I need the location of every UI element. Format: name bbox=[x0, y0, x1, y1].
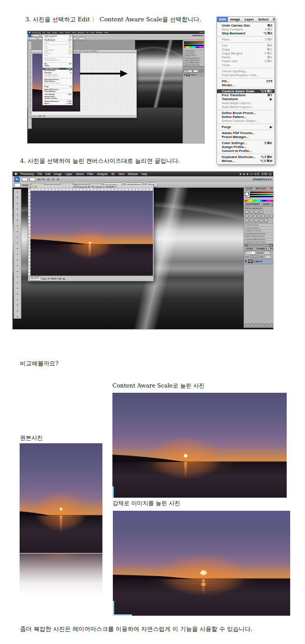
menu-item[interactable]: Menus... ⌥⇧⌘M bbox=[43, 103, 72, 105]
menu-item[interactable] bbox=[43, 88, 72, 88]
red-slider[interactable] bbox=[250, 192, 273, 193]
menu-item[interactable]: Define Brush Preset... bbox=[217, 111, 274, 115]
menu-item[interactable]: Preset Manager... bbox=[217, 135, 274, 139]
exposure-icon[interactable] bbox=[259, 210, 263, 214]
menu-item[interactable]: Step Backward ⌥⌘Z bbox=[217, 31, 274, 35]
return-arrow-icon[interactable] bbox=[245, 244, 248, 247]
menu-item[interactable] bbox=[217, 88, 274, 88]
rotate-view-icon[interactable] bbox=[57, 178, 59, 181]
menu-item[interactable] bbox=[217, 78, 274, 78]
add-mask-icon[interactable] bbox=[254, 324, 257, 327]
input-language-flag-icon[interactable] bbox=[250, 173, 253, 175]
menu-item[interactable]: Assign Profile... bbox=[217, 145, 274, 149]
menubar-item[interactable]: File bbox=[43, 31, 46, 34]
delete-layer-icon[interactable] bbox=[270, 324, 273, 327]
threshold-icon[interactable] bbox=[250, 219, 254, 223]
lock-transparency-icon[interactable] bbox=[250, 255, 253, 258]
menubar-item[interactable]: Select bbox=[65, 31, 71, 34]
width-field[interactable] bbox=[29, 37, 37, 40]
black-white-icon[interactable] bbox=[258, 215, 261, 218]
wifi-icon[interactable] bbox=[243, 173, 245, 175]
menubar-tab[interactable]: Filte bbox=[271, 17, 274, 22]
lock-all-icon[interactable] bbox=[257, 255, 260, 258]
levels-icon[interactable] bbox=[250, 210, 254, 214]
color-balance-icon[interactable] bbox=[253, 215, 257, 218]
close-button[interactable] bbox=[30, 186, 31, 188]
green-slider[interactable] bbox=[250, 194, 273, 195]
menubar-item[interactable]: Filter bbox=[87, 172, 93, 175]
menu-item[interactable]: Step Backward ⌥⌘Z bbox=[43, 39, 72, 41]
menu-item[interactable] bbox=[217, 140, 274, 140]
menubar-item[interactable]: Select bbox=[76, 172, 84, 175]
menubar-item[interactable]: Layer bbox=[65, 172, 72, 175]
menubar-item[interactable]: View bbox=[91, 31, 95, 34]
menu-item[interactable]: Purge ▶ bbox=[217, 125, 274, 129]
new-layer-icon[interactable] bbox=[266, 324, 269, 327]
brightness-contrast-icon[interactable] bbox=[245, 210, 249, 214]
menu-item[interactable]: Content-Aware Scale ⌥⇧⌘C bbox=[217, 89, 274, 93]
menubar-item[interactable]: Photoshop bbox=[32, 31, 41, 34]
fill-field[interactable]: 100% bbox=[264, 255, 271, 258]
menu-item[interactable]: Keyboard Shortcuts... ⌥⇧⌘K bbox=[217, 155, 274, 159]
color-spectrum-bar[interactable] bbox=[184, 47, 204, 48]
menu-item[interactable]: Purge ▶ bbox=[43, 86, 72, 88]
menu-item[interactable]: Clear bbox=[43, 55, 72, 57]
menu-item[interactable]: Define Custom Shape... bbox=[43, 82, 72, 84]
tools-palette[interactable] bbox=[14, 189, 21, 319]
menu-item[interactable]: Paste ⌘V bbox=[217, 55, 274, 59]
minimize-button[interactable] bbox=[32, 186, 34, 188]
menubar-item[interactable]: Help bbox=[141, 172, 147, 175]
menu-item[interactable]: Clear bbox=[217, 63, 274, 67]
hand-tool-icon[interactable] bbox=[47, 178, 50, 181]
menu-item[interactable] bbox=[217, 110, 274, 110]
menu-item[interactable] bbox=[43, 100, 72, 100]
new-adjustment-icon[interactable] bbox=[258, 324, 261, 327]
red-slider[interactable] bbox=[184, 41, 204, 43]
expanded-view-icon[interactable] bbox=[269, 244, 273, 247]
blue-slider[interactable] bbox=[250, 196, 273, 197]
menu-item[interactable] bbox=[43, 44, 72, 45]
menu-item[interactable]: Convert to Profile... bbox=[43, 98, 72, 99]
layer-row[interactable]: Layer 0 bbox=[244, 259, 274, 264]
menubar-item[interactable]: Image bbox=[54, 172, 62, 175]
selective-color-icon[interactable] bbox=[259, 219, 263, 223]
spotlight-icon[interactable] bbox=[269, 173, 271, 175]
menubar-item[interactable]: Filter bbox=[72, 31, 76, 34]
layer-style-icon[interactable] bbox=[251, 324, 253, 327]
menu-item[interactable] bbox=[217, 130, 274, 130]
menu-item[interactable] bbox=[43, 41, 72, 42]
menu-item[interactable]: Fade... ⇧⌘F bbox=[43, 42, 72, 44]
blend-mode-select[interactable]: Normal bbox=[245, 251, 256, 254]
panel-tab[interactable]: PATHS bbox=[269, 247, 274, 250]
menu-item[interactable]: Step Forward ⇧⌘Z bbox=[217, 27, 274, 31]
menu-item[interactable]: Convert to Profile... bbox=[217, 149, 274, 153]
foreground-color-swatch[interactable] bbox=[245, 192, 249, 196]
menu-item[interactable]: Preset Manager... bbox=[43, 91, 72, 92]
menubar-tab[interactable]: Edit bbox=[217, 17, 228, 22]
menu-item[interactable] bbox=[43, 62, 72, 63]
menu-item[interactable] bbox=[217, 124, 274, 124]
menu-item[interactable]: Find and Replace Text... bbox=[217, 73, 274, 77]
menu-item[interactable]: Transform ▶ bbox=[217, 97, 274, 101]
menu-item[interactable]: Stroke... bbox=[43, 65, 72, 67]
menubar-tab[interactable]: Layer bbox=[242, 17, 256, 22]
panel-tab[interactable]: ADJUSTMENTS bbox=[244, 203, 262, 206]
status-flyout-icon[interactable]: ▶ bbox=[64, 277, 65, 280]
menu-item[interactable] bbox=[43, 67, 72, 67]
menubar-item[interactable]: Photoshop bbox=[20, 172, 34, 175]
clear-button[interactable] bbox=[78, 37, 85, 40]
menu-item[interactable] bbox=[43, 78, 72, 78]
menu-item[interactable]: Cut ⌘X bbox=[217, 44, 274, 47]
opacity-field[interactable] bbox=[193, 70, 198, 72]
menu-item[interactable] bbox=[217, 36, 274, 37]
workspace-switcher[interactable]: ESSENTIALS ▾ bbox=[193, 35, 203, 37]
menu-item[interactable]: Find and Replace Text... bbox=[43, 60, 72, 61]
menu-item[interactable] bbox=[43, 85, 72, 85]
blend-mode-select[interactable]: Normal bbox=[184, 70, 192, 72]
workspace-switcher[interactable]: ESSENTIALS ▾ bbox=[253, 178, 271, 181]
extra-adjustment-icon[interactable] bbox=[264, 219, 268, 223]
menu-item[interactable]: Stroke... bbox=[217, 83, 274, 87]
menu-item[interactable]: Free Transform ⌘T bbox=[217, 93, 274, 97]
menu-item[interactable]: Define Pattern... bbox=[217, 115, 274, 119]
panel-tab[interactable]: COLOR bbox=[244, 187, 254, 190]
